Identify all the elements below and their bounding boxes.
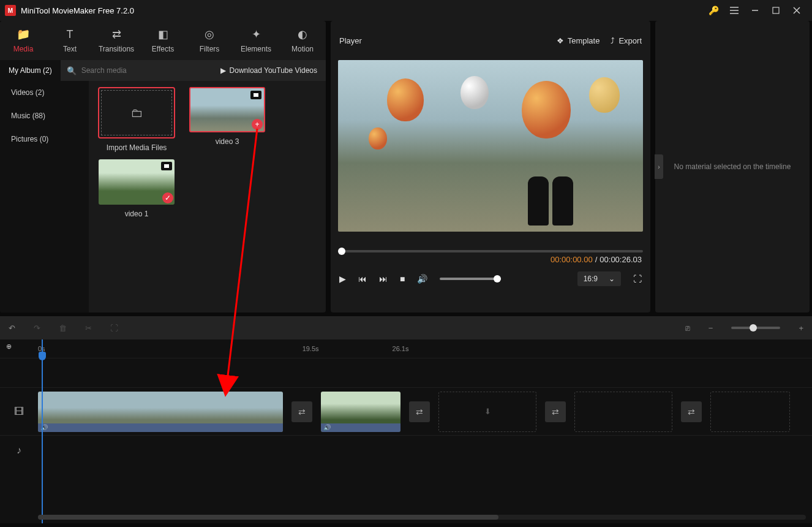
video-preview[interactable] xyxy=(338,60,643,232)
tab-label: Transitions xyxy=(99,45,134,53)
total-time: 00:00:26.03 xyxy=(600,255,642,264)
nav-videos[interactable]: Videos (2) xyxy=(0,81,89,104)
template-button[interactable]: ❖Template xyxy=(557,36,600,45)
stop-button[interactable]: ■ xyxy=(400,274,405,284)
video-track[interactable]: 🎞 🔊 ⇄ 🔊 ⇄ ⬇ ⇄ ⇄ xyxy=(0,387,812,435)
menu-button[interactable] xyxy=(724,0,745,21)
volume-handle[interactable] xyxy=(494,275,501,282)
transition-slot[interactable]: ⇄ xyxy=(545,401,566,422)
video-track-icon: 🎞 xyxy=(0,406,38,417)
media-item-video1[interactable]: ✓ video 1 xyxy=(95,159,178,218)
transition-slot[interactable]: ⇄ xyxy=(409,401,430,422)
search-icon: 🔍 xyxy=(67,66,77,75)
timeline-clip-1[interactable]: 🔊 xyxy=(38,392,283,432)
titlebar: M MiniTool MovieMaker Free 7.2.0 🔑 xyxy=(0,0,812,21)
media-label: video 1 xyxy=(125,210,149,218)
add-track-button[interactable]: ⊕ xyxy=(6,343,12,351)
fit-button[interactable]: ⎚ xyxy=(685,324,690,333)
volume-button[interactable]: 🔊 xyxy=(417,274,427,284)
minimize-icon xyxy=(751,7,759,14)
export-icon: ⤴ xyxy=(611,36,615,45)
tab-elements[interactable]: ✦Elements xyxy=(233,21,279,60)
overlay-track[interactable] xyxy=(0,358,812,387)
export-label: Export xyxy=(618,36,642,45)
play-button[interactable]: ▶ xyxy=(339,274,346,284)
album-tab[interactable]: My Album (2) xyxy=(0,60,61,81)
current-time: 00:00:00.00 xyxy=(551,255,593,264)
empty-slot[interactable] xyxy=(574,392,672,432)
video-badge-icon xyxy=(250,91,261,99)
aspect-ratio-select[interactable]: 16:9⌄ xyxy=(577,271,621,286)
tab-transitions[interactable]: ⇄Transitions xyxy=(93,21,140,60)
scrub-handle[interactable] xyxy=(338,248,345,255)
minimize-button[interactable] xyxy=(745,0,765,21)
ratio-label: 16:9 xyxy=(584,275,598,283)
video-badge-icon xyxy=(161,162,172,170)
player-panel: Player ❖Template ⤴Export 00:00:00.00 / 0… xyxy=(331,21,650,313)
playhead[interactable] xyxy=(42,339,43,523)
zoom-out-button[interactable]: − xyxy=(709,324,713,333)
add-icon[interactable]: + xyxy=(252,119,263,130)
redo-button[interactable]: ↷ xyxy=(34,324,40,333)
search-input[interactable] xyxy=(81,66,206,75)
media-label: video 3 xyxy=(216,137,239,146)
tab-label: Text xyxy=(63,45,77,53)
empty-slot[interactable]: ⬇ xyxy=(438,392,536,432)
search-wrap: 🔍 xyxy=(61,66,212,75)
volume-slider[interactable] xyxy=(440,278,501,280)
crop-button[interactable]: ⛶ xyxy=(110,324,118,333)
import-media-item[interactable]: 🗀 Import Media Files xyxy=(95,87,178,152)
chevron-down-icon: ⌄ xyxy=(609,275,615,283)
nav-music[interactable]: Music (88) xyxy=(0,104,89,127)
motion-icon: ◐ xyxy=(298,28,307,41)
ruler-mark: 19.5s xyxy=(303,345,319,352)
close-button[interactable] xyxy=(786,0,807,21)
tab-filters[interactable]: ◎Filters xyxy=(186,21,233,60)
zoom-in-button[interactable]: + xyxy=(799,324,803,333)
time-ruler[interactable]: ⊕ 0s 19.5s 26.1s xyxy=(0,339,812,358)
download-youtube-label: Download YouTube Videos xyxy=(230,66,317,75)
delete-button[interactable]: 🗑 xyxy=(59,324,67,333)
speaker-icon: 🔊 xyxy=(323,424,331,431)
download-youtube-button[interactable]: ▶ Download YouTube Videos xyxy=(212,66,326,75)
media-subheader: My Album (2) 🔍 ▶ Download YouTube Videos xyxy=(0,60,326,81)
timeline-scrollbar[interactable] xyxy=(38,515,806,520)
scrollbar-thumb[interactable] xyxy=(38,515,498,520)
maximize-button[interactable] xyxy=(765,0,786,21)
timeline-clip-2[interactable]: 🔊 xyxy=(321,392,400,432)
nav-pictures[interactable]: Pictures (0) xyxy=(0,127,89,151)
cut-button[interactable]: ✂ xyxy=(85,324,92,333)
zoom-slider[interactable] xyxy=(731,327,780,329)
empty-slot[interactable] xyxy=(710,392,790,432)
menu-icon xyxy=(730,7,739,14)
media-item-video3[interactable]: + video 3 xyxy=(186,87,269,152)
zoom-handle[interactable] xyxy=(750,324,757,332)
no-selection-msg: No material selected on the timeline xyxy=(674,162,791,171)
effects-icon: ◧ xyxy=(158,28,168,41)
tab-media[interactable]: 📁Media xyxy=(0,21,47,60)
scrub-bar[interactable] xyxy=(338,250,643,252)
audio-track[interactable]: ♪ xyxy=(0,435,812,464)
ruler-mark: 26.1s xyxy=(393,345,409,352)
unlock-button[interactable]: 🔑 xyxy=(703,0,724,21)
export-button[interactable]: ⤴Export xyxy=(611,36,642,45)
fullscreen-button[interactable]: ⛶ xyxy=(633,274,642,284)
undo-button[interactable]: ↶ xyxy=(9,324,15,333)
elements-icon: ✦ xyxy=(252,28,261,41)
timeline-toolbar: ↶ ↷ 🗑 ✂ ⛶ ⎚ − + xyxy=(0,316,812,339)
transition-slot[interactable]: ⇄ xyxy=(681,401,702,422)
next-button[interactable]: ⏭ xyxy=(379,274,388,284)
tab-effects[interactable]: ◧Effects xyxy=(140,21,186,60)
import-label: Import Media Files xyxy=(107,143,167,152)
transition-slot[interactable]: ⇄ xyxy=(291,401,312,422)
text-icon: T xyxy=(67,28,73,41)
tab-label: Elements xyxy=(241,45,271,53)
media-grid: 🗀 Import Media Files + video 3 ✓ video xyxy=(89,81,326,313)
key-icon: 🔑 xyxy=(709,6,719,15)
folder-icon: 📁 xyxy=(17,28,30,41)
tab-label: Media xyxy=(13,45,34,53)
tab-motion[interactable]: ◐Motion xyxy=(279,21,326,60)
tab-text[interactable]: TText xyxy=(47,21,93,60)
prev-button[interactable]: ⏮ xyxy=(358,274,367,284)
expand-panel-button[interactable]: › xyxy=(655,154,663,179)
